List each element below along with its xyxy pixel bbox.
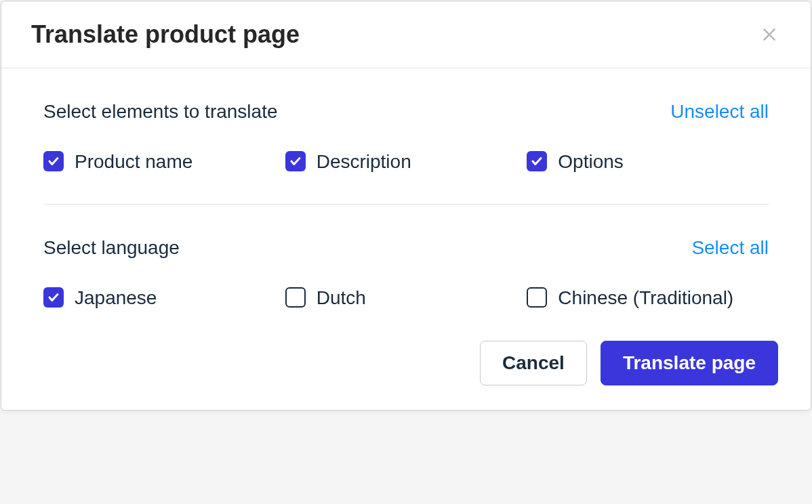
elements-options-row: Product name Description Options bbox=[43, 150, 769, 174]
checkbox-label: Product name bbox=[75, 150, 192, 174]
elements-section-header: Select elements to translate Unselect al… bbox=[43, 101, 769, 123]
checkbox-dutch[interactable]: Dutch bbox=[285, 286, 366, 310]
checkbox-label: Japanese bbox=[75, 286, 157, 310]
language-section-header: Select language Select all bbox=[43, 237, 769, 259]
select-all-button[interactable]: Select all bbox=[691, 237, 769, 259]
modal-body: Select elements to translate Unselect al… bbox=[1, 68, 811, 311]
cancel-button[interactable]: Cancel bbox=[480, 341, 587, 385]
unselect-all-button[interactable]: Unselect all bbox=[670, 101, 769, 123]
close-button[interactable] bbox=[758, 23, 781, 46]
checkbox-icon bbox=[527, 151, 547, 171]
elements-section-title: Select elements to translate bbox=[43, 101, 278, 123]
translate-page-button[interactable]: Translate page bbox=[601, 341, 778, 385]
checkbox-icon bbox=[285, 287, 306, 308]
language-options-row: Japanese Dutch Chinese (Traditional) bbox=[43, 286, 769, 310]
section-divider bbox=[43, 204, 769, 205]
modal-title: Translate product page bbox=[31, 20, 300, 49]
checkbox-product-name[interactable]: Product name bbox=[43, 150, 192, 174]
language-section-title: Select language bbox=[43, 237, 180, 259]
checkbox-label: Dutch bbox=[317, 286, 366, 310]
checkbox-label: Chinese (Traditional) bbox=[558, 286, 733, 310]
checkbox-description[interactable]: Description bbox=[285, 150, 411, 174]
checkbox-japanese[interactable]: Japanese bbox=[43, 286, 157, 310]
modal-header: Translate product page bbox=[1, 1, 811, 68]
close-icon bbox=[760, 26, 778, 43]
checkbox-icon bbox=[527, 287, 547, 308]
checkbox-options[interactable]: Options bbox=[527, 150, 624, 174]
checkbox-icon bbox=[43, 287, 64, 308]
checkbox-icon bbox=[285, 151, 306, 171]
translate-modal: Translate product page Select elements t… bbox=[1, 1, 811, 411]
checkbox-chinese-traditional[interactable]: Chinese (Traditional) bbox=[527, 286, 733, 310]
modal-footer: Cancel Translate page bbox=[1, 311, 811, 410]
checkbox-label: Description bbox=[317, 150, 411, 174]
checkbox-icon bbox=[43, 151, 64, 171]
checkbox-label: Options bbox=[558, 150, 624, 174]
